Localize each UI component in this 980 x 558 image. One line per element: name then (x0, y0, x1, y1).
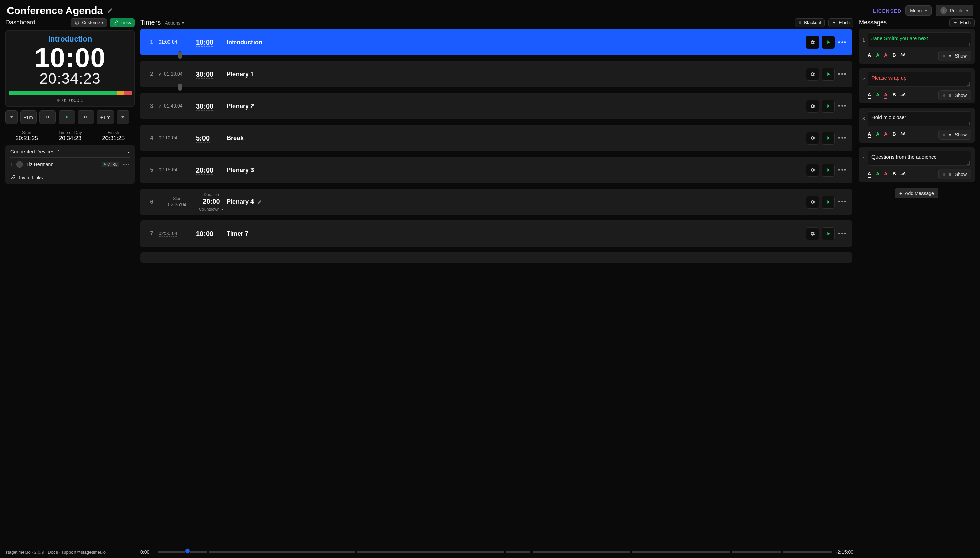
message-text-input[interactable]: Hold mic closer (868, 111, 971, 126)
timer-settings-button[interactable] (806, 227, 819, 240)
profile-button[interactable]: L Profile (936, 5, 973, 16)
timer-duration[interactable]: 20:00 (202, 198, 220, 206)
color-g-button[interactable]: A (876, 92, 879, 98)
plus-more-button[interactable] (117, 110, 129, 124)
timer-row[interactable]: 3 01:40:0430:00Plenary 2••• (140, 93, 852, 120)
edit-name-icon[interactable] (257, 200, 262, 205)
plus-1m-button[interactable]: +1m (97, 110, 114, 124)
timer-name[interactable]: Introduction (227, 39, 799, 46)
message-text-input[interactable]: Please wrap up (868, 72, 971, 87)
timer-more-button[interactable]: ••• (837, 103, 847, 110)
device-more-button[interactable]: ••• (123, 162, 130, 167)
timer-settings-button[interactable] (806, 195, 819, 208)
show-message-button[interactable]: Show (939, 169, 971, 179)
timer-row[interactable]: 402:10:045:00Break••• (140, 125, 852, 151)
timer-more-button[interactable]: ••• (837, 71, 847, 78)
timer-play-button[interactable] (822, 36, 835, 49)
message-text-input[interactable]: Questions from the audience (868, 151, 971, 166)
edit-title-icon[interactable] (107, 8, 113, 14)
countdown-mode-button[interactable]: Countdown (199, 207, 224, 212)
timer-name[interactable]: Plenary 4 (227, 199, 799, 205)
show-message-button[interactable]: Show (939, 130, 971, 140)
timer-play-button[interactable] (822, 68, 835, 80)
timer-name[interactable]: Plenary 1 (227, 71, 799, 78)
timers-actions-button[interactable]: Actions (165, 20, 184, 26)
color-r-button[interactable]: A (884, 131, 888, 138)
message-text-input[interactable]: Jane Smith: you are next (868, 32, 971, 47)
timer-start-time[interactable]: 01:40:04 (159, 103, 183, 109)
timer-duration[interactable]: 20:00 (196, 166, 213, 174)
play-button[interactable] (59, 110, 75, 124)
timer-more-button[interactable]: ••• (837, 199, 847, 205)
timer-play-button[interactable] (822, 132, 835, 144)
timer-name[interactable]: Plenary 2 (227, 103, 799, 110)
color-g-button[interactable]: A (876, 53, 879, 59)
timer-play-button[interactable] (822, 100, 835, 113)
timer-settings-button[interactable] (806, 36, 819, 49)
drag-handle-icon[interactable]: ≡ (143, 199, 146, 205)
timer-start-time[interactable]: 01:10:04 (159, 71, 183, 77)
timer-play-button[interactable] (822, 195, 835, 208)
invite-links-button[interactable]: Invite Links (10, 171, 130, 181)
timer-settings-button[interactable] (806, 132, 819, 144)
timeline[interactable]: 0:00 -2:15:00 (140, 549, 854, 555)
timer-start-time[interactable]: 02:55:04 (159, 231, 177, 237)
timer-row[interactable]: 502:15:0420:00Plenary 3••• (140, 157, 852, 184)
color-w-button[interactable]: A (868, 92, 871, 98)
flash-messages-button[interactable]: Flash (949, 18, 975, 27)
color-r-button[interactable]: A (884, 92, 888, 98)
timer-row[interactable]: 2 01:10:0430:00Plenary 1••• (140, 61, 852, 87)
timer-more-button[interactable]: ••• (837, 135, 847, 142)
docs-link[interactable]: Docs (48, 550, 58, 555)
bold-button[interactable]: B (892, 131, 896, 138)
timer-start-time[interactable]: 02:35:04 (168, 202, 187, 208)
split-handle[interactable] (177, 84, 182, 91)
timer-duration[interactable]: 5:00 (196, 135, 210, 143)
color-w-button[interactable]: A (868, 131, 871, 138)
timer-settings-button[interactable] (806, 164, 819, 177)
bold-button[interactable]: B (892, 92, 896, 98)
color-r-button[interactable]: A (884, 171, 888, 177)
timer-play-button[interactable] (822, 227, 835, 240)
timer-duration[interactable]: 30:00 (196, 71, 213, 79)
timer-play-button[interactable] (822, 164, 835, 177)
links-button[interactable]: Links (110, 18, 135, 27)
color-w-button[interactable]: A (868, 171, 871, 177)
case-button[interactable]: āA (901, 132, 906, 138)
case-button[interactable]: āA (901, 171, 906, 177)
support-link[interactable]: support@stagetimer.io (62, 550, 106, 555)
color-g-button[interactable]: A (876, 131, 879, 138)
menu-button[interactable]: Menu (906, 5, 932, 16)
prev-button[interactable] (39, 110, 56, 124)
minus-1m-button[interactable]: -1m (20, 110, 37, 124)
customize-button[interactable]: Customize (71, 18, 107, 27)
show-message-button[interactable]: Show (939, 90, 971, 100)
devices-collapse-button[interactable] (127, 149, 130, 154)
site-link[interactable]: stagetimer.io (5, 550, 31, 555)
timer-row[interactable]: ≡6Start02:35:04Duration20:00Countdown Pl… (140, 189, 852, 215)
next-button[interactable] (77, 110, 94, 124)
timer-start-time[interactable]: 01:00:04 (159, 39, 177, 45)
blackout-button[interactable]: Blackout (795, 18, 825, 27)
timer-name[interactable]: Timer 7 (227, 230, 799, 238)
timer-name[interactable]: Plenary 3 (227, 167, 799, 174)
split-handle[interactable] (177, 51, 182, 59)
show-message-button[interactable]: Show (939, 51, 971, 61)
bold-button[interactable]: B (892, 53, 896, 59)
timer-name[interactable]: Break (227, 135, 799, 142)
timer-settings-button[interactable] (806, 100, 819, 113)
timer-start-time[interactable]: 02:15:04 (159, 167, 177, 173)
timer-more-button[interactable]: ••• (837, 167, 847, 174)
case-button[interactable]: āA (901, 92, 906, 98)
timer-row[interactable]: 702:55:0410:00Timer 7••• (140, 220, 852, 247)
color-g-button[interactable]: A (876, 171, 879, 177)
minus-more-button[interactable] (5, 110, 18, 124)
bold-button[interactable]: B (892, 171, 896, 177)
timer-duration[interactable]: 10:00 (196, 38, 213, 47)
add-message-button[interactable]: + Add Message (895, 188, 939, 199)
timer-more-button[interactable]: ••• (837, 230, 847, 238)
timer-start-time[interactable]: 02:10:04 (159, 135, 177, 141)
timer-duration[interactable]: 10:00 (196, 230, 213, 238)
timer-settings-button[interactable] (806, 68, 819, 80)
timer-more-button[interactable]: ••• (837, 39, 847, 46)
